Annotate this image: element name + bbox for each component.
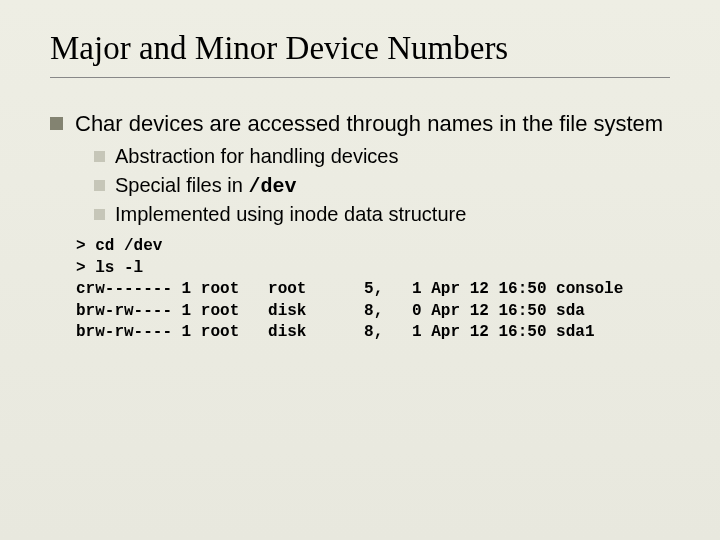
square-bullet-icon xyxy=(94,151,105,162)
bullet-level1: Char devices are accessed through names … xyxy=(50,110,670,138)
slide-content: Char devices are accessed through names … xyxy=(50,110,670,344)
bullet-text: Special files in /dev xyxy=(115,173,670,200)
bullet-level2: Abstraction for handling devices xyxy=(94,144,670,170)
sub-bullet-list: Abstraction for handling devices Special… xyxy=(94,144,670,228)
square-bullet-icon xyxy=(94,180,105,191)
bullet-level2: Implemented using inode data structure xyxy=(94,202,670,228)
square-bullet-icon xyxy=(94,209,105,220)
code-block: > cd /dev > ls -l crw------- 1 root root… xyxy=(76,236,670,344)
slide-title: Major and Minor Device Numbers xyxy=(50,30,670,78)
bullet-text: Char devices are accessed through names … xyxy=(75,110,670,138)
bullet-text: Implemented using inode data structure xyxy=(115,202,670,228)
square-bullet-icon xyxy=(50,117,63,130)
bullet-level2: Special files in /dev xyxy=(94,173,670,200)
inline-code: /dev xyxy=(248,175,296,198)
bullet-text: Abstraction for handling devices xyxy=(115,144,670,170)
